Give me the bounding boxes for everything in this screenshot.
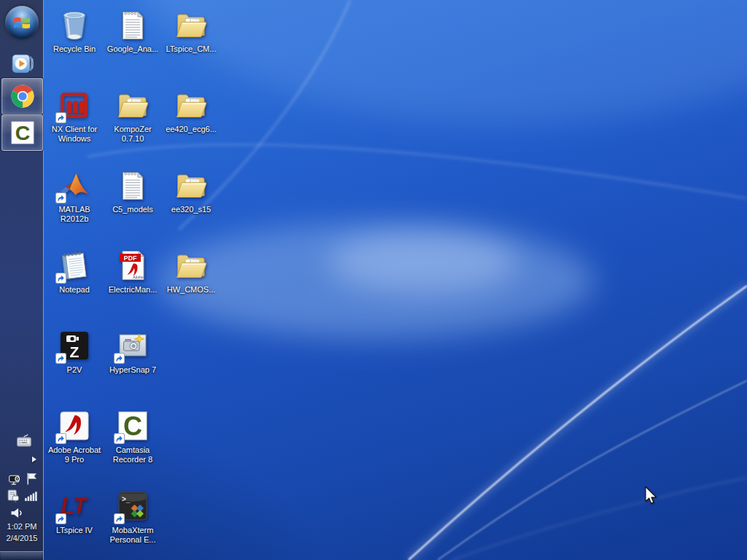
desktop-icon-ltspice-cm-folder[interactable]: LTspice_CM... bbox=[162, 3, 220, 83]
desktop-icon-label: Google_Ana... bbox=[107, 44, 158, 54]
desktop-icon-label: Adobe Acrobat 9 Pro bbox=[46, 446, 103, 464]
tray-action-center[interactable] bbox=[24, 471, 39, 489]
shortcut-arrow-icon bbox=[55, 433, 66, 444]
folder-icon bbox=[174, 168, 209, 203]
desktop-icon-label: Recycle Bin bbox=[53, 44, 96, 54]
desktop-icon-label: LTspice_CM... bbox=[166, 44, 217, 54]
desktop-icon-label: Notepad bbox=[59, 285, 90, 295]
desktop-icon-grid: Recycle Bin NX Client for Windows MATLAB… bbox=[45, 3, 220, 560]
desktop-icon-ee320-folder[interactable]: ee320_s15 bbox=[162, 163, 220, 244]
desktop-icon-label: NX Client for Windows bbox=[46, 125, 103, 144]
tray-network[interactable] bbox=[23, 489, 39, 507]
desktop-icon-mobaxterm[interactable]: MobaXterm Personal E... bbox=[104, 484, 162, 560]
desktop-icon-hw-cmos-folder[interactable]: HW_CMOS... bbox=[162, 244, 220, 324]
desktop-icon-label: HW_CMOS... bbox=[167, 285, 216, 295]
shortcut-arrow-icon bbox=[114, 353, 125, 364]
desktop-icon-label: ee320_s15 bbox=[171, 205, 211, 214]
folder-icon bbox=[174, 88, 209, 122]
desktop-icon-label: P2V bbox=[67, 365, 82, 375]
clock-date: 2/4/2015 bbox=[0, 532, 44, 544]
desktop-icon-kompozer[interactable]: KompoZer 0.7.10 bbox=[104, 83, 162, 163]
desktop-icon-recycle-bin[interactable]: Recycle Bin bbox=[45, 3, 104, 83]
eject-plug-icon bbox=[6, 488, 22, 504]
desktop-icon-label: LTspice IV bbox=[56, 526, 93, 535]
show-desktop-button[interactable] bbox=[0, 551, 43, 560]
tray-show-hidden-icons[interactable] bbox=[32, 456, 36, 462]
signal-bars-icon bbox=[23, 489, 39, 504]
windows-flag-icon bbox=[11, 12, 33, 34]
clock-time: 1:02 PM bbox=[0, 521, 44, 532]
taskbar-item-camtasia[interactable] bbox=[1, 114, 43, 151]
taskbar-item-windows-media-player[interactable] bbox=[9, 51, 35, 77]
keyboard-icon bbox=[15, 432, 33, 449]
desktop-icon-adobe-acrobat[interactable]: Adobe Acrobat 9 Pro bbox=[45, 404, 104, 484]
taskbar: 1:02 PM 2/4/2015 bbox=[0, 0, 44, 560]
folder-icon bbox=[115, 88, 150, 122]
desktop-icon-p2v[interactable]: P2V bbox=[45, 324, 104, 404]
shortcut-arrow-icon bbox=[114, 513, 125, 524]
desktop-icon-electricman-pdf[interactable]: ElectricMan... bbox=[104, 244, 162, 324]
desktop-icon-label: KompoZer 0.7.10 bbox=[104, 125, 161, 144]
taskbar-item-chrome[interactable] bbox=[1, 78, 43, 114]
shortcut-arrow-icon bbox=[55, 112, 66, 123]
desktop-icon-matlab[interactable]: MATLAB R2012b bbox=[45, 163, 104, 244]
shortcut-arrow-icon bbox=[55, 192, 66, 203]
desktop-icon-google-ana[interactable]: Google_Ana... bbox=[104, 3, 162, 83]
taskbar-clock[interactable]: 1:02 PM 2/4/2015 bbox=[0, 521, 44, 544]
tray-removable-device[interactable] bbox=[6, 488, 22, 507]
camtasia-icon bbox=[9, 119, 36, 147]
desktop-icon-camtasia-recorder[interactable]: Camtasia Recorder 8 bbox=[104, 404, 162, 484]
windows-media-player-icon bbox=[9, 51, 35, 77]
desktop-icon-label: ElectricMan... bbox=[109, 285, 158, 295]
pdf-file-icon bbox=[115, 248, 150, 283]
recycle-bin-icon bbox=[57, 7, 92, 42]
desktop-icon-label: Camtasia Recorder 8 bbox=[104, 446, 161, 464]
desktop-icon-ee420-folder[interactable]: ee420_ecg6... bbox=[162, 83, 220, 163]
desktop-icon-label: MATLAB R2012b bbox=[46, 205, 103, 224]
shortcut-arrow-icon bbox=[55, 353, 66, 364]
desktop-icon-label: ee420_ecg6... bbox=[166, 125, 217, 134]
folder-icon bbox=[174, 7, 209, 42]
desktop-icon-notepad[interactable]: Notepad bbox=[45, 244, 104, 324]
chrome-icon bbox=[9, 82, 36, 110]
desktop-icon-c5-models[interactable]: C5_models bbox=[104, 163, 162, 244]
flag-icon bbox=[24, 471, 39, 486]
shortcut-arrow-icon bbox=[55, 513, 66, 524]
shortcut-arrow-icon bbox=[114, 433, 125, 444]
folder-icon bbox=[174, 248, 209, 283]
start-button[interactable] bbox=[5, 6, 39, 39]
desktop-icon-label: MobaXterm Personal E... bbox=[104, 526, 161, 545]
text-file-icon bbox=[115, 168, 150, 203]
desktop-wallpaper[interactable]: Recycle Bin NX Client for Windows MATLAB… bbox=[44, 0, 747, 560]
desktop-icon-hypersnap[interactable]: HyperSnap 7 bbox=[104, 324, 162, 404]
tray-input-keyboard[interactable] bbox=[15, 432, 33, 452]
speaker-icon bbox=[9, 505, 24, 521]
desktop-icon-label: C5_models bbox=[112, 205, 153, 214]
desktop-icon-nx-client[interactable]: NX Client for Windows bbox=[45, 83, 104, 163]
desktop-icon-label: HyperSnap 7 bbox=[109, 365, 156, 375]
capture-camera-icon bbox=[8, 472, 23, 487]
text-file-icon bbox=[115, 7, 150, 42]
desktop-icon-ltspice-iv[interactable]: LTspice IV bbox=[45, 484, 104, 560]
shortcut-arrow-icon bbox=[55, 273, 66, 284]
